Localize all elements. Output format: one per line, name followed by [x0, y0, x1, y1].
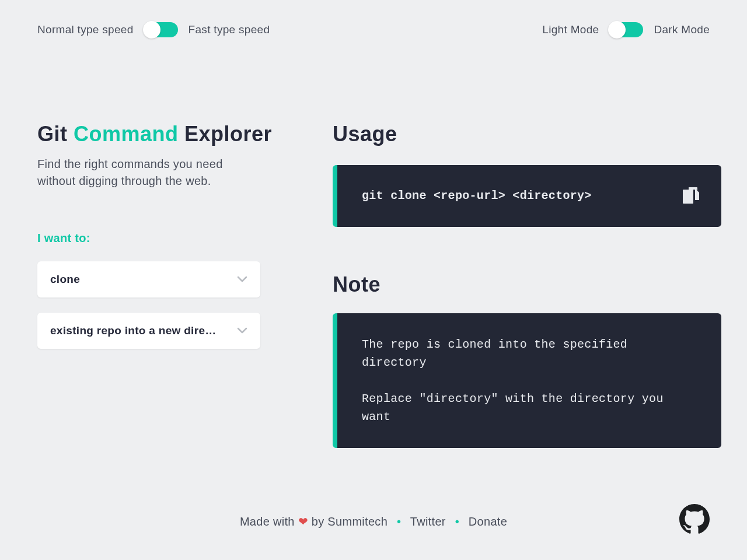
page-title: Git Command Explorer — [37, 122, 277, 146]
fast-speed-label: Fast type speed — [189, 23, 270, 36]
secondary-action-value: existing repo into a new dire… — [50, 324, 217, 337]
note-block: The repo is cloned into the specified di… — [333, 313, 721, 448]
note-heading: Note — [333, 272, 721, 297]
primary-action-value: clone — [50, 273, 80, 286]
usage-code-block: git clone <repo-url> <directory> — [333, 165, 721, 227]
light-mode-label: Light Mode — [542, 23, 599, 36]
note-body: The repo is cloned into the specified di… — [362, 335, 697, 426]
prompt-label: I want to: — [37, 232, 277, 245]
usage-heading: Usage — [333, 122, 721, 146]
theme-toggle-group: Light Mode Dark Mode — [542, 22, 710, 37]
heart-icon: ❤ — [298, 515, 308, 528]
donate-link[interactable]: Donate — [469, 515, 507, 528]
twitter-link[interactable]: Twitter — [410, 515, 446, 528]
github-icon[interactable] — [679, 504, 710, 534]
chevron-down-icon — [237, 276, 247, 283]
primary-action-dropdown[interactable]: clone — [37, 261, 260, 298]
type-speed-toggle-group: Normal type speed Fast type speed — [37, 22, 270, 37]
footer-sep-icon: • — [455, 515, 459, 528]
svg-rect-0 — [683, 190, 693, 204]
usage-command: git clone <repo-url> <directory> — [362, 189, 592, 202]
secondary-action-dropdown[interactable]: existing repo into a new dire… — [37, 313, 260, 349]
dark-mode-label: Dark Mode — [654, 23, 710, 36]
footer-made-post: by Summitech — [308, 515, 388, 528]
theme-switch[interactable] — [609, 22, 643, 37]
page-subtitle: Find the right commands you need without… — [37, 156, 247, 190]
footer-sep-icon: • — [397, 515, 401, 528]
footer-made-pre: Made with — [240, 515, 298, 528]
normal-speed-label: Normal type speed — [37, 23, 134, 36]
type-speed-switch[interactable] — [144, 22, 178, 37]
copy-icon[interactable] — [683, 187, 699, 205]
chevron-down-icon — [237, 327, 247, 334]
footer: Made with ❤ by Summitech • Twitter • Don… — [0, 514, 747, 528]
